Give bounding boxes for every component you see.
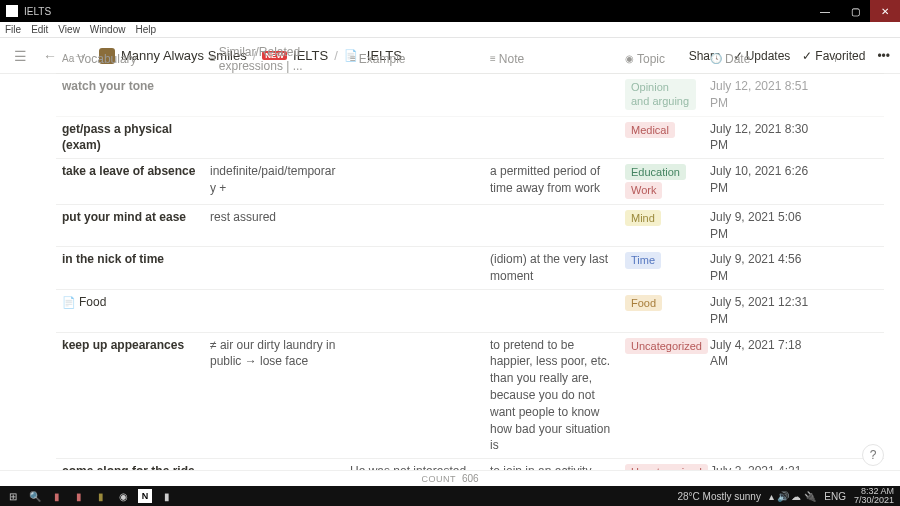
cell-similar[interactable] — [204, 459, 344, 470]
cell-similar[interactable] — [204, 117, 344, 159]
table-row[interactable]: take a leave of absenceindefinite/paid/t… — [56, 159, 884, 205]
cell-vocabulary[interactable]: keep up appearances — [56, 333, 204, 459]
cell-topic[interactable]: Uncategorized — [619, 459, 704, 470]
cell-date[interactable]: July 9, 2021 5:06 PM — [704, 205, 826, 247]
cell-topic[interactable]: EducationWork — [619, 159, 704, 204]
taskbar: ⊞ 🔍 ▮ ▮ ▮ ◉ N ▮ 28°C Mostly sunny ▴ 🔊 ☁ … — [0, 486, 900, 506]
cell-similar[interactable] — [204, 290, 344, 332]
cell-topic[interactable]: Uncategorized — [619, 333, 704, 459]
start-button[interactable]: ⊞ — [6, 489, 20, 503]
cell-example[interactable] — [344, 290, 484, 332]
cell-topic[interactable]: Medical — [619, 117, 704, 159]
table-row[interactable]: 📄FoodFoodJuly 5, 2021 12:31 PM — [56, 290, 884, 333]
cell-note[interactable]: (idiom) at the very last moment — [484, 247, 619, 289]
cell-vocabulary[interactable]: watch your tone — [56, 74, 204, 116]
table-row[interactable]: put your mind at easerest assuredMindJul… — [56, 205, 884, 248]
search-icon[interactable]: 🔍 — [28, 489, 42, 503]
cell-note[interactable]: to join in an activity without playing a… — [484, 459, 619, 470]
cell-date[interactable]: July 5, 2021 12:31 PM — [704, 290, 826, 332]
cell-note[interactable] — [484, 74, 619, 116]
table-row[interactable]: keep up appearances≠ air our dirty laund… — [56, 333, 884, 460]
table-row[interactable]: get/pass a physical (exam)MedicalJuly 12… — [56, 117, 884, 160]
cell-topic[interactable]: Time — [619, 247, 704, 289]
cell-vocabulary[interactable]: 📄Food — [56, 290, 204, 332]
menu-help[interactable]: Help — [135, 24, 156, 35]
cell-note[interactable] — [484, 205, 619, 247]
chrome-icon[interactable]: ◉ — [116, 489, 130, 503]
cell-similar[interactable]: rest assured — [204, 205, 344, 247]
cell-vocabulary[interactable]: put your mind at ease — [56, 205, 204, 247]
window-title: IELTS — [24, 6, 51, 17]
hamburger-icon[interactable]: ☰ — [10, 46, 31, 66]
task-app-3[interactable]: ▮ — [94, 489, 108, 503]
cell-note[interactable] — [484, 290, 619, 332]
cell-note[interactable]: to pretend to be happier, less poor, etc… — [484, 333, 619, 459]
cell-example[interactable]: He was not interested in investing in yo… — [344, 459, 484, 470]
minimize-button[interactable]: — — [810, 0, 840, 22]
cell-example[interactable] — [344, 74, 484, 116]
task-app-2[interactable]: ▮ — [72, 489, 86, 503]
cell-similar[interactable] — [204, 74, 344, 116]
window-controls: — ▢ ✕ — [810, 0, 900, 22]
help-button[interactable]: ? — [862, 444, 884, 466]
cell-date[interactable]: July 2, 2021 4:21 PM — [704, 459, 826, 470]
count-bar: COUNT 606 — [0, 470, 900, 486]
cell-vocabulary[interactable]: get/pass a physical (exam) — [56, 117, 204, 159]
table-body: watch your toneOpinion and arguingJuly 1… — [56, 74, 884, 470]
tray-icons[interactable]: ▴ 🔊 ☁ 🔌 — [769, 491, 816, 502]
menu-edit[interactable]: Edit — [31, 24, 48, 35]
cell-vocabulary[interactable]: take a leave of absence — [56, 159, 204, 204]
notion-icon[interactable]: N — [138, 489, 152, 503]
cell-date[interactable]: July 9, 2021 4:56 PM — [704, 247, 826, 289]
table-row[interactable]: watch your toneOpinion and arguingJuly 1… — [56, 74, 884, 117]
column-topic[interactable]: ◉Topic — [619, 48, 704, 70]
cell-topic[interactable]: Opinion and arguing — [619, 74, 704, 116]
cell-date[interactable]: July 12, 2021 8:51 PM — [704, 74, 826, 116]
count-label: COUNT — [421, 474, 456, 484]
cell-similar[interactable] — [204, 247, 344, 289]
menu-window[interactable]: Window — [90, 24, 126, 35]
table-row[interactable]: in the nick of time(idiom) at the very l… — [56, 247, 884, 290]
menu-file[interactable]: File — [5, 24, 21, 35]
weather-widget[interactable]: 28°C Mostly sunny — [677, 491, 760, 502]
cell-date[interactable]: July 4, 2021 7:18 AM — [704, 333, 826, 459]
cell-example[interactable] — [344, 205, 484, 247]
cell-vocabulary[interactable]: in the nick of time — [56, 247, 204, 289]
database-table: AaVocabulary ≡Similar/Related expression… — [56, 44, 884, 470]
cell-vocabulary[interactable]: come along for the ride — [56, 459, 204, 470]
topic-tag: Medical — [625, 122, 675, 138]
column-example[interactable]: ≡Example — [344, 48, 484, 70]
column-vocabulary[interactable]: AaVocabulary — [56, 48, 204, 70]
language-indicator[interactable]: ENG — [824, 491, 846, 502]
cell-date[interactable]: July 10, 2021 6:26 PM — [704, 159, 826, 204]
cell-date[interactable]: July 12, 2021 8:30 PM — [704, 117, 826, 159]
close-button[interactable]: ✕ — [870, 0, 900, 22]
app-icon — [6, 5, 18, 17]
cell-example[interactable] — [344, 247, 484, 289]
column-date[interactable]: 🕓Date — [704, 48, 826, 70]
count-value: 606 — [462, 473, 479, 484]
column-note[interactable]: ≡Note — [484, 48, 619, 70]
cell-example[interactable] — [344, 159, 484, 204]
cell-example[interactable] — [344, 333, 484, 459]
task-app-1[interactable]: ▮ — [50, 489, 64, 503]
clock-date[interactable]: 7/30/2021 — [854, 496, 894, 505]
cell-note[interactable]: a permitted period of time away from wor… — [484, 159, 619, 204]
taskbar-right: 28°C Mostly sunny ▴ 🔊 ☁ 🔌 ENG 8:32 AM 7/… — [677, 487, 894, 505]
table-row[interactable]: come along for the rideHe was not intere… — [56, 459, 884, 470]
topic-tag: Time — [625, 252, 661, 268]
menu-view[interactable]: View — [58, 24, 80, 35]
cell-similar[interactable]: ≠ air our dirty laundry in public → lose… — [204, 333, 344, 459]
column-similar[interactable]: ≡Similar/Related expressions | ... — [204, 44, 344, 77]
task-app-5[interactable]: ▮ — [160, 489, 174, 503]
cell-note[interactable] — [484, 117, 619, 159]
titlebar: IELTS — ▢ ✕ — [0, 0, 900, 22]
add-column-button[interactable]: + — [826, 48, 846, 70]
cell-topic[interactable]: Mind — [619, 205, 704, 247]
cell-example[interactable] — [344, 117, 484, 159]
maximize-button[interactable]: ▢ — [840, 0, 870, 22]
cell-topic[interactable]: Food — [619, 290, 704, 332]
cell-similar[interactable]: indefinite/paid/temporary + — [204, 159, 344, 204]
taskbar-left: ⊞ 🔍 ▮ ▮ ▮ ◉ N ▮ — [6, 489, 174, 503]
topic-tag: Food — [625, 295, 662, 311]
